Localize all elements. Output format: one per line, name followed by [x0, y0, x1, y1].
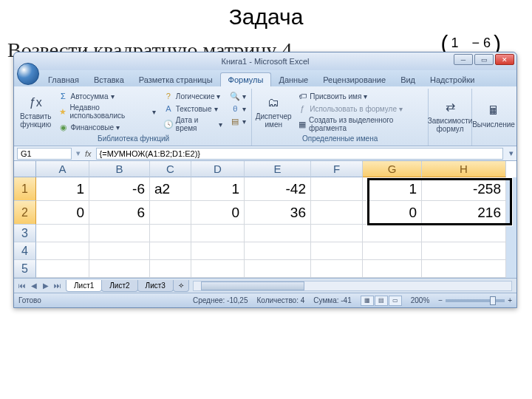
cell-G3[interactable] — [363, 225, 422, 242]
column-header-C[interactable]: C — [150, 161, 191, 177]
row-header-4[interactable]: 4 — [14, 242, 36, 260]
row-header-1[interactable]: 1 — [14, 177, 36, 201]
cell-A5[interactable] — [36, 260, 89, 278]
name-box-dropdown[interactable]: ▾ — [75, 149, 82, 158]
cell-D5[interactable] — [191, 260, 245, 278]
row-header-3[interactable]: 3 — [14, 225, 36, 242]
column-header-A[interactable]: A — [36, 161, 89, 177]
cell-H5[interactable] — [422, 260, 506, 278]
tab-review[interactable]: Рецензирование — [316, 73, 393, 86]
cell-G1[interactable]: 1 — [363, 177, 422, 201]
maximize-button[interactable]: ▭ — [474, 54, 494, 65]
minimize-button[interactable]: ─ — [454, 54, 473, 65]
cell-A3[interactable] — [36, 225, 89, 242]
sheet-tab-new[interactable]: ✧ — [173, 280, 189, 292]
column-header-B[interactable]: B — [89, 161, 150, 177]
cell-H2[interactable]: 216 — [422, 201, 506, 225]
cell-E5[interactable] — [245, 260, 311, 278]
autosum-button[interactable]: ΣАвтосумма ▾ — [57, 90, 157, 102]
zoom-slider[interactable]: − + — [438, 296, 512, 304]
cell-F1[interactable] — [311, 177, 363, 201]
datetime-button[interactable]: 🕓Дата и время ▾ — [162, 115, 224, 133]
office-button[interactable] — [17, 63, 39, 85]
cell-D3[interactable] — [191, 225, 245, 242]
cell-A1[interactable]: 1 — [36, 177, 89, 201]
name-manager-button[interactable]: 🗂 Диспетчер имен — [256, 90, 291, 133]
name-box[interactable]: G1 — [17, 148, 72, 160]
calculation-button[interactable]: 🖩 Вычисление — [476, 90, 511, 141]
cell-E1[interactable]: -42 — [245, 177, 311, 201]
cell-D2[interactable]: 0 — [191, 201, 245, 225]
formula-expand-button[interactable]: ▾ — [506, 149, 516, 158]
cell-G5[interactable] — [363, 260, 422, 278]
cell-G2[interactable]: 0 — [363, 201, 422, 225]
use-in-formula-button[interactable]: ƒИспользовать в формуле ▾ — [296, 103, 424, 115]
formula-input[interactable]: {=МУМНОЖ(A1:B2;D1:E2)} — [96, 148, 503, 160]
column-header-F[interactable]: F — [311, 161, 363, 177]
sheet-tab-3[interactable]: Лист3 — [137, 280, 174, 292]
sheet-nav-next[interactable]: ▶ — [41, 282, 51, 290]
column-header-D[interactable]: D — [191, 161, 245, 177]
sheet-nav-prev[interactable]: ◀ — [29, 282, 39, 290]
column-header-H[interactable]: H — [422, 161, 506, 177]
cell-F3[interactable] — [311, 225, 363, 242]
cell-B2[interactable]: 6 — [89, 201, 150, 225]
cell-B4[interactable] — [89, 242, 150, 260]
define-name-button[interactable]: 🏷Присвоить имя ▾ — [296, 90, 424, 102]
column-header-E[interactable]: E — [245, 161, 311, 177]
cell-F5[interactable] — [311, 260, 363, 278]
cell-F4[interactable] — [311, 242, 363, 260]
zoom-in-button[interactable]: + — [508, 296, 512, 304]
cell-D4[interactable] — [191, 242, 245, 260]
horizontal-scrollbar[interactable] — [193, 281, 512, 291]
cell-A4[interactable] — [36, 242, 89, 260]
tab-view[interactable]: Вид — [393, 73, 423, 86]
column-header-G[interactable]: G — [363, 161, 422, 177]
more-functions-button[interactable]: ▤▾ — [228, 115, 248, 127]
view-page-break-button[interactable]: ▭ — [389, 296, 402, 306]
cell-C1[interactable]: а2 — [150, 177, 191, 201]
formula-auditing-button[interactable]: ⇄ Зависимости формул — [432, 90, 468, 141]
cell-E3[interactable] — [245, 225, 311, 242]
tab-formulas[interactable]: Формулы — [220, 72, 272, 86]
sheet-nav-last[interactable]: ⏭ — [52, 282, 63, 290]
row-header-2[interactable]: 2 — [14, 201, 36, 225]
financial-button[interactable]: ◉Финансовые ▾ — [57, 121, 157, 133]
tab-addins[interactable]: Надстройки — [423, 73, 482, 86]
cell-C3[interactable] — [150, 225, 191, 242]
tab-insert[interactable]: Вставка — [86, 73, 132, 86]
cell-H4[interactable] — [422, 242, 506, 260]
tab-home[interactable]: Главная — [41, 73, 86, 86]
create-from-selection-button[interactable]: ▦Создать из выделенного фрагмента — [296, 115, 424, 133]
insert-function-button[interactable]: ƒx Вставить функцию — [19, 90, 52, 133]
cell-A2[interactable]: 0 — [36, 201, 89, 225]
cell-F2[interactable] — [311, 201, 363, 225]
recently-used-button[interactable]: ★Недавно использовались ▾ — [57, 103, 157, 120]
view-normal-button[interactable]: ▦ — [361, 296, 374, 306]
cell-B1[interactable]: -6 — [89, 177, 150, 201]
cell-D1[interactable]: 1 — [191, 177, 245, 201]
math-button[interactable]: θ▾ — [228, 103, 248, 115]
cell-E2[interactable]: 36 — [245, 201, 311, 225]
cell-C5[interactable] — [150, 260, 191, 278]
logical-button[interactable]: ?Логические ▾ — [162, 90, 224, 102]
cell-C4[interactable] — [150, 242, 191, 260]
fx-button[interactable]: fx — [82, 149, 95, 158]
cell-B3[interactable] — [89, 225, 150, 242]
tab-page-layout[interactable]: Разметка страницы — [132, 73, 220, 86]
cell-C2[interactable] — [150, 201, 191, 225]
tab-data[interactable]: Данные — [271, 73, 316, 86]
lookup-button[interactable]: 🔍▾ — [228, 90, 248, 102]
cell-G4[interactable] — [363, 242, 422, 260]
sheet-nav-first[interactable]: ⏮ — [17, 282, 27, 290]
cell-B5[interactable] — [89, 260, 150, 278]
sheet-tab-2[interactable]: Лист2 — [101, 280, 137, 292]
text-button[interactable]: AТекстовые ▾ — [162, 103, 224, 115]
select-all-corner[interactable] — [14, 161, 36, 177]
zoom-level[interactable]: 200% — [411, 296, 430, 304]
cell-H1[interactable]: -258 — [422, 177, 506, 201]
cell-H3[interactable] — [422, 225, 506, 242]
cell-E4[interactable] — [245, 242, 311, 260]
close-button[interactable]: ✕ — [495, 54, 514, 65]
sheet-tab-1[interactable]: Лист1 — [66, 280, 102, 292]
